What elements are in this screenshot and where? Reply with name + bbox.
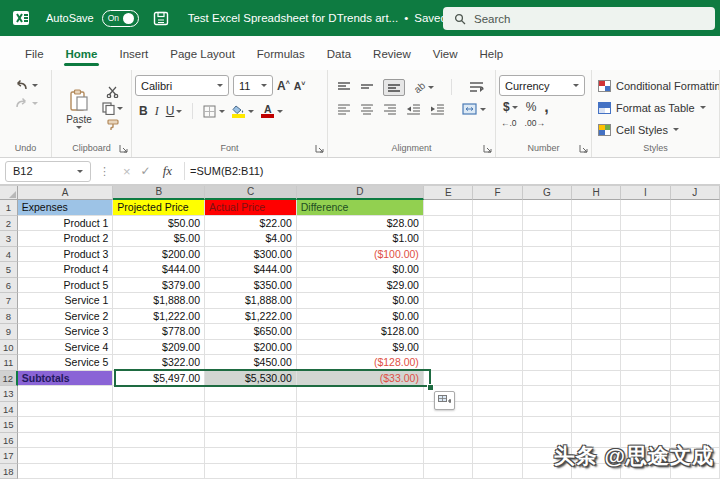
cell-D11[interactable]: ($128.00) (297, 355, 424, 371)
insert-function-button[interactable]: fx (163, 163, 172, 179)
cell-J8[interactable] (671, 309, 720, 325)
cell-H13[interactable] (572, 386, 621, 402)
cell-G1[interactable] (523, 200, 572, 216)
paste-button[interactable]: Paste (60, 75, 98, 142)
cell-F18[interactable] (473, 464, 522, 480)
formula-bar-drag-dots[interactable]: ⋮ (99, 165, 110, 178)
cell-I14[interactable] (621, 402, 670, 418)
cell-I6[interactable] (621, 278, 670, 294)
cell-D17[interactable] (297, 448, 424, 464)
column-header-D[interactable]: D (297, 186, 424, 200)
cell-C4[interactable]: $300.00 (205, 247, 297, 263)
row-header-18[interactable]: 18 (0, 464, 18, 480)
cell-F16[interactable] (473, 433, 522, 449)
cell-D6[interactable]: $29.00 (297, 278, 424, 294)
cell-C3[interactable]: $4.00 (205, 231, 297, 247)
percent-style-button[interactable]: % (526, 100, 537, 114)
cell-E16[interactable] (424, 433, 473, 449)
cell-G4[interactable] (523, 247, 572, 263)
quick-analysis-button[interactable] (434, 391, 455, 410)
cell-F3[interactable] (473, 231, 522, 247)
tab-review[interactable]: Review (362, 39, 422, 68)
cell-I10[interactable] (621, 340, 670, 356)
cell-I1[interactable] (621, 200, 670, 216)
cell-B4[interactable]: $200.00 (113, 247, 205, 263)
cell-B8[interactable]: $1,222.00 (113, 309, 205, 325)
row-header-1[interactable]: 1 (0, 200, 18, 216)
save-icon[interactable] (153, 11, 170, 26)
tab-view[interactable]: View (422, 39, 469, 68)
cell-C11[interactable]: $450.00 (205, 355, 297, 371)
column-header-H[interactable]: H (572, 186, 621, 200)
row-header-12[interactable]: 12 (0, 371, 18, 387)
cell-B9[interactable]: $778.00 (113, 324, 205, 340)
cell-J12[interactable] (671, 371, 720, 387)
cell-A1[interactable]: Expenses (18, 200, 114, 216)
row-header-3[interactable]: 3 (0, 231, 18, 247)
decrease-indent-button[interactable] (406, 104, 421, 115)
cell-C16[interactable] (205, 433, 297, 449)
cell-D13[interactable] (297, 386, 424, 402)
alignment-dialog-launcher[interactable] (483, 144, 492, 153)
wrap-text-button[interactable] (469, 81, 484, 93)
cell-D14[interactable] (297, 402, 424, 418)
cell-A9[interactable]: Service 3 (18, 324, 114, 340)
cell-C17[interactable] (205, 448, 297, 464)
cell-A17[interactable] (18, 448, 114, 464)
conditional-formatting-button[interactable]: Conditional Formatting (598, 75, 716, 96)
row-header-11[interactable]: 11 (0, 355, 18, 371)
accounting-format-button[interactable]: $ (503, 100, 518, 114)
row-header-2[interactable]: 2 (0, 216, 18, 232)
cell-B1[interactable]: Projected Price (113, 200, 205, 216)
cell-I3[interactable] (621, 231, 670, 247)
cell-E15[interactable] (424, 417, 473, 433)
cell-C5[interactable]: $444.00 (205, 262, 297, 278)
formula-input[interactable]: =SUM(B2:B11) (190, 165, 263, 177)
cell-A11[interactable]: Service 5 (18, 355, 114, 371)
cell-I9[interactable] (621, 324, 670, 340)
cancel-button[interactable]: × (123, 164, 131, 179)
column-header-J[interactable]: J (671, 186, 720, 200)
number-format-combo[interactable]: Currency (499, 75, 585, 96)
cell-H8[interactable] (572, 309, 621, 325)
cell-E8[interactable] (424, 309, 473, 325)
cell-I15[interactable] (621, 417, 670, 433)
row-header-16[interactable]: 16 (0, 433, 18, 449)
cell-G7[interactable] (523, 293, 572, 309)
cell-J11[interactable] (671, 355, 720, 371)
column-header-F[interactable]: F (473, 186, 522, 200)
cell-G12[interactable] (523, 371, 572, 387)
cell-F1[interactable] (473, 200, 522, 216)
cell-B14[interactable] (113, 402, 205, 418)
cell-E18[interactable] (424, 464, 473, 480)
cell-B12[interactable]: $5,497.00 (113, 371, 205, 387)
cell-E11[interactable] (424, 355, 473, 371)
enter-button[interactable]: ✓ (141, 164, 151, 178)
tab-formulas[interactable]: Formulas (246, 39, 316, 68)
copy-button[interactable] (102, 102, 123, 115)
cell-D4[interactable]: ($100.00) (297, 247, 424, 263)
cell-D10[interactable]: $9.00 (297, 340, 424, 356)
cell-G5[interactable] (523, 262, 572, 278)
cell-H5[interactable] (572, 262, 621, 278)
clipboard-dialog-launcher[interactable] (119, 144, 128, 153)
cell-B5[interactable]: $444.00 (113, 262, 205, 278)
cell-C13[interactable] (205, 386, 297, 402)
format-painter-button[interactable] (102, 119, 123, 131)
cell-I2[interactable] (621, 216, 670, 232)
cell-I11[interactable] (621, 355, 670, 371)
row-header-14[interactable]: 14 (0, 402, 18, 418)
cell-E4[interactable] (424, 247, 473, 263)
borders-button[interactable] (203, 105, 225, 118)
fill-color-button[interactable] (232, 105, 254, 118)
cell-A2[interactable]: Product 1 (18, 216, 114, 232)
cell-E10[interactable] (424, 340, 473, 356)
cell-B18[interactable] (113, 464, 205, 480)
cell-E7[interactable] (424, 293, 473, 309)
row-header-10[interactable]: 10 (0, 340, 18, 356)
cell-F6[interactable] (473, 278, 522, 294)
cut-button[interactable] (102, 86, 123, 98)
cell-J2[interactable] (671, 216, 720, 232)
align-left-button[interactable] (337, 104, 351, 115)
cell-A5[interactable]: Product 4 (18, 262, 114, 278)
